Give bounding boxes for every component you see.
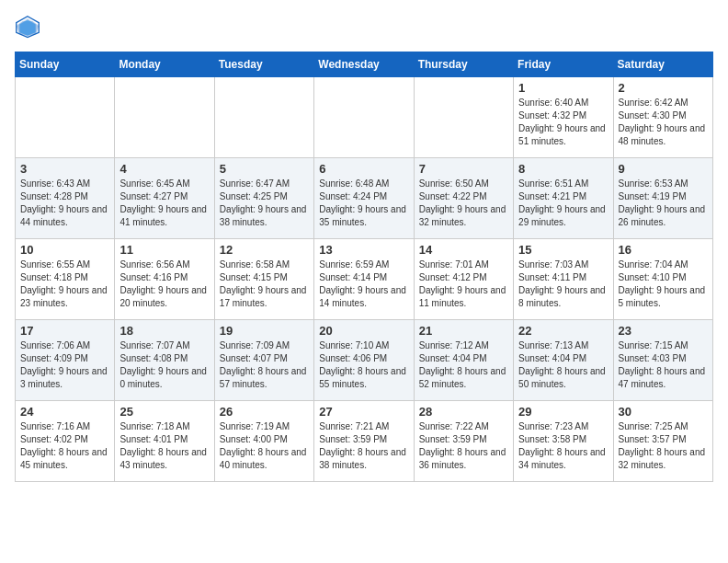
day-number: 12 bbox=[220, 243, 309, 257]
calendar-cell: 1Sunrise: 6:40 AM Sunset: 4:32 PM Daylig… bbox=[514, 77, 613, 158]
day-info: Sunrise: 7:21 AM Sunset: 3:59 PM Dayligh… bbox=[319, 420, 408, 472]
day-info: Sunrise: 6:58 AM Sunset: 4:15 PM Dayligh… bbox=[220, 259, 309, 310]
day-info: Sunrise: 7:22 AM Sunset: 3:59 PM Dayligh… bbox=[419, 420, 508, 472]
day-info: Sunrise: 7:23 AM Sunset: 3:58 PM Dayligh… bbox=[518, 420, 608, 472]
day-info: Sunrise: 6:51 AM Sunset: 4:21 PM Dayligh… bbox=[518, 178, 608, 229]
day-info: Sunrise: 6:45 AM Sunset: 4:27 PM Dayligh… bbox=[119, 178, 209, 229]
calendar-header-row: SundayMondayTuesdayWednesdayThursdayFrid… bbox=[16, 52, 713, 77]
calendar-cell: 26Sunrise: 7:19 AM Sunset: 4:00 PM Dayli… bbox=[214, 401, 313, 482]
calendar-cell bbox=[214, 77, 313, 158]
day-number: 9 bbox=[619, 162, 708, 176]
calendar-cell: 17Sunrise: 7:06 AM Sunset: 4:09 PM Dayli… bbox=[16, 320, 115, 401]
day-number: 19 bbox=[220, 324, 309, 338]
day-info: Sunrise: 6:56 AM Sunset: 4:16 PM Dayligh… bbox=[119, 259, 209, 310]
day-info: Sunrise: 7:04 AM Sunset: 4:10 PM Dayligh… bbox=[619, 259, 708, 310]
calendar-week-row: 3Sunrise: 6:43 AM Sunset: 4:28 PM Daylig… bbox=[16, 158, 713, 239]
day-number: 22 bbox=[518, 324, 608, 338]
day-number: 1 bbox=[518, 81, 608, 95]
day-number: 24 bbox=[20, 405, 109, 419]
day-number: 26 bbox=[220, 405, 309, 419]
day-number: 10 bbox=[20, 243, 109, 257]
day-info: Sunrise: 6:50 AM Sunset: 4:22 PM Dayligh… bbox=[419, 178, 508, 229]
calendar-week-row: 10Sunrise: 6:55 AM Sunset: 4:18 PM Dayli… bbox=[16, 239, 713, 320]
calendar-cell: 21Sunrise: 7:12 AM Sunset: 4:04 PM Dayli… bbox=[414, 320, 513, 401]
day-number: 25 bbox=[119, 405, 209, 419]
calendar-cell: 16Sunrise: 7:04 AM Sunset: 4:10 PM Dayli… bbox=[613, 239, 712, 320]
calendar-cell: 9Sunrise: 6:53 AM Sunset: 4:19 PM Daylig… bbox=[613, 158, 712, 239]
day-number: 30 bbox=[619, 405, 708, 419]
day-info: Sunrise: 7:18 AM Sunset: 4:01 PM Dayligh… bbox=[119, 420, 209, 472]
day-info: Sunrise: 6:53 AM Sunset: 4:19 PM Dayligh… bbox=[619, 178, 708, 229]
day-info: Sunrise: 6:42 AM Sunset: 4:30 PM Dayligh… bbox=[619, 97, 708, 148]
logo-icon bbox=[15, 15, 40, 40]
day-info: Sunrise: 7:01 AM Sunset: 4:12 PM Dayligh… bbox=[419, 259, 508, 310]
calendar-cell: 27Sunrise: 7:21 AM Sunset: 3:59 PM Dayli… bbox=[314, 401, 414, 482]
day-number: 6 bbox=[319, 162, 408, 176]
day-info: Sunrise: 7:15 AM Sunset: 4:03 PM Dayligh… bbox=[619, 339, 708, 391]
day-info: Sunrise: 7:12 AM Sunset: 4:04 PM Dayligh… bbox=[419, 339, 508, 391]
day-number: 11 bbox=[119, 243, 209, 257]
day-header-wednesday: Wednesday bbox=[314, 52, 414, 77]
calendar-cell: 20Sunrise: 7:10 AM Sunset: 4:06 PM Dayli… bbox=[314, 320, 414, 401]
calendar-cell: 10Sunrise: 6:55 AM Sunset: 4:18 PM Dayli… bbox=[16, 239, 115, 320]
calendar-week-row: 24Sunrise: 7:16 AM Sunset: 4:02 PM Dayli… bbox=[16, 401, 713, 482]
day-number: 29 bbox=[518, 405, 608, 419]
day-number: 28 bbox=[419, 405, 508, 419]
calendar-cell: 25Sunrise: 7:18 AM Sunset: 4:01 PM Dayli… bbox=[115, 401, 214, 482]
day-number: 27 bbox=[319, 405, 408, 419]
day-number: 5 bbox=[220, 162, 309, 176]
day-info: Sunrise: 7:07 AM Sunset: 4:08 PM Dayligh… bbox=[119, 339, 209, 391]
day-header-friday: Friday bbox=[514, 52, 613, 77]
calendar-cell bbox=[16, 77, 115, 158]
day-number: 7 bbox=[419, 162, 508, 176]
day-info: Sunrise: 7:03 AM Sunset: 4:11 PM Dayligh… bbox=[518, 259, 608, 310]
day-header-thursday: Thursday bbox=[414, 52, 513, 77]
calendar-cell: 13Sunrise: 6:59 AM Sunset: 4:14 PM Dayli… bbox=[314, 239, 414, 320]
day-number: 20 bbox=[319, 324, 408, 338]
calendar-cell: 29Sunrise: 7:23 AM Sunset: 3:58 PM Dayli… bbox=[514, 401, 613, 482]
day-number: 21 bbox=[419, 324, 508, 338]
calendar-cell: 12Sunrise: 6:58 AM Sunset: 4:15 PM Dayli… bbox=[214, 239, 313, 320]
calendar-cell: 24Sunrise: 7:16 AM Sunset: 4:02 PM Dayli… bbox=[16, 401, 115, 482]
day-info: Sunrise: 7:06 AM Sunset: 4:09 PM Dayligh… bbox=[20, 339, 109, 391]
calendar-cell bbox=[414, 77, 513, 158]
day-header-saturday: Saturday bbox=[613, 52, 712, 77]
calendar-cell: 6Sunrise: 6:48 AM Sunset: 4:24 PM Daylig… bbox=[314, 158, 414, 239]
calendar-cell bbox=[115, 77, 214, 158]
day-info: Sunrise: 6:43 AM Sunset: 4:28 PM Dayligh… bbox=[20, 178, 109, 229]
calendar-table: SundayMondayTuesdayWednesdayThursdayFrid… bbox=[15, 52, 713, 482]
logo bbox=[15, 15, 44, 40]
day-info: Sunrise: 6:47 AM Sunset: 4:25 PM Dayligh… bbox=[220, 178, 309, 229]
calendar-cell: 4Sunrise: 6:45 AM Sunset: 4:27 PM Daylig… bbox=[115, 158, 214, 239]
calendar-cell bbox=[314, 77, 414, 158]
day-header-monday: Monday bbox=[115, 52, 214, 77]
day-number: 23 bbox=[619, 324, 708, 338]
calendar-cell: 3Sunrise: 6:43 AM Sunset: 4:28 PM Daylig… bbox=[16, 158, 115, 239]
day-info: Sunrise: 6:55 AM Sunset: 4:18 PM Dayligh… bbox=[20, 259, 109, 310]
day-info: Sunrise: 7:16 AM Sunset: 4:02 PM Dayligh… bbox=[20, 420, 109, 472]
calendar-cell: 11Sunrise: 6:56 AM Sunset: 4:16 PM Dayli… bbox=[115, 239, 214, 320]
day-info: Sunrise: 6:48 AM Sunset: 4:24 PM Dayligh… bbox=[319, 178, 408, 229]
calendar-cell: 15Sunrise: 7:03 AM Sunset: 4:11 PM Dayli… bbox=[514, 239, 613, 320]
calendar-cell: 30Sunrise: 7:25 AM Sunset: 3:57 PM Dayli… bbox=[613, 401, 712, 482]
header bbox=[15, 15, 713, 40]
day-info: Sunrise: 6:40 AM Sunset: 4:32 PM Dayligh… bbox=[518, 97, 608, 148]
day-info: Sunrise: 7:19 AM Sunset: 4:00 PM Dayligh… bbox=[220, 420, 309, 472]
day-info: Sunrise: 7:25 AM Sunset: 3:57 PM Dayligh… bbox=[619, 420, 708, 472]
calendar-cell: 2Sunrise: 6:42 AM Sunset: 4:30 PM Daylig… bbox=[613, 77, 712, 158]
calendar-cell: 18Sunrise: 7:07 AM Sunset: 4:08 PM Dayli… bbox=[115, 320, 214, 401]
day-number: 18 bbox=[119, 324, 209, 338]
day-number: 4 bbox=[119, 162, 209, 176]
day-info: Sunrise: 7:10 AM Sunset: 4:06 PM Dayligh… bbox=[319, 339, 408, 391]
day-info: Sunrise: 6:59 AM Sunset: 4:14 PM Dayligh… bbox=[319, 259, 408, 310]
day-header-tuesday: Tuesday bbox=[214, 52, 313, 77]
calendar-cell: 19Sunrise: 7:09 AM Sunset: 4:07 PM Dayli… bbox=[214, 320, 313, 401]
day-number: 16 bbox=[619, 243, 708, 257]
calendar-week-row: 17Sunrise: 7:06 AM Sunset: 4:09 PM Dayli… bbox=[16, 320, 713, 401]
day-number: 8 bbox=[518, 162, 608, 176]
calendar-cell: 23Sunrise: 7:15 AM Sunset: 4:03 PM Dayli… bbox=[613, 320, 712, 401]
calendar-cell: 28Sunrise: 7:22 AM Sunset: 3:59 PM Dayli… bbox=[414, 401, 513, 482]
day-info: Sunrise: 7:13 AM Sunset: 4:04 PM Dayligh… bbox=[518, 339, 608, 391]
day-number: 14 bbox=[419, 243, 508, 257]
day-number: 17 bbox=[20, 324, 109, 338]
